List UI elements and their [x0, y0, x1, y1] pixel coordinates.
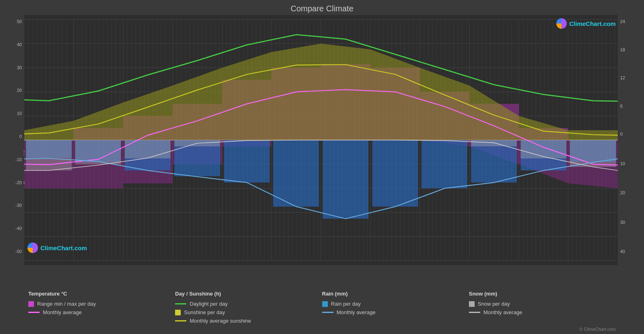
y-tick: 10	[17, 111, 22, 116]
legend-item-snow: Snow per day	[469, 301, 616, 307]
y-tick: 20	[17, 88, 22, 93]
legend-line-daylight	[175, 303, 186, 304]
chart-plot: Jan Feb Mar Apr May Jun Jul Aug Sep Oct …	[24, 15, 618, 265]
svg-text:Oct: Oct	[489, 265, 499, 265]
legend-box-sunshine	[175, 310, 181, 315]
svg-text:Mar: Mar	[143, 265, 153, 265]
y-tick: -10	[15, 157, 22, 162]
legend-col-rain: Rain (mm) Rain per day Monthly average	[322, 291, 469, 324]
svg-text:Apr: Apr	[192, 265, 202, 265]
legend-item-rain: Rain per day	[322, 301, 469, 307]
y-tick: 0	[19, 134, 22, 139]
y-tick: 30	[17, 65, 22, 70]
svg-text:Aug: Aug	[390, 265, 400, 265]
legend-title-sunshine: Day / Sunshine (h)	[175, 291, 322, 297]
chart-svg: Jan Feb Mar Apr May Jun Jul Aug Sep Oct …	[24, 15, 618, 265]
legend-item-temp-avg: Monthly average	[28, 309, 175, 315]
legend-item-daylight: Daylight per day	[175, 301, 322, 307]
page-title: Compare Climate	[0, 0, 644, 15]
logo-bottom-left: ClimeChart.com	[27, 243, 87, 253]
y-tick: 40	[17, 42, 22, 47]
legend-item-sunshine-avg: Monthly average sunshine	[175, 318, 322, 324]
legend-title-temperature: Temperature °C	[28, 291, 175, 297]
logo-icon-bottom	[27, 243, 38, 253]
logo-top-right: ClimeChart.com	[556, 18, 616, 29]
legend-line-temp-avg	[28, 312, 40, 313]
logo-text-top: ClimeChart.com	[569, 20, 616, 27]
legend-line-sunshine-avg	[175, 320, 186, 321]
y-tick: -40	[15, 226, 22, 231]
y-axis-left: Temperature °C 50 40 30 20 10 0 -10 -20 …	[0, 15, 24, 265]
y-axis-right: 24 18 12 6 0 10 20 30 40 Day / Sunshine …	[618, 15, 644, 265]
legend-item-sunshine: Sunshine per day	[175, 309, 322, 315]
legend-col-temperature: Temperature °C Range min / max per day M…	[28, 291, 175, 324]
svg-text:Feb: Feb	[93, 265, 103, 265]
y-axis-right-top: 24 18 12 6 0	[618, 15, 644, 136]
legend-line-snow-avg	[469, 312, 480, 313]
legend-box-rain	[322, 301, 328, 307]
svg-text:Sep: Sep	[439, 265, 450, 265]
svg-text:Dec: Dec	[588, 265, 599, 265]
y-axis-right-bottom: 10 20 30 40	[618, 136, 644, 265]
legend-col-sunshine: Day / Sunshine (h) Daylight per day Suns…	[175, 291, 322, 324]
legend-box-temp-range	[28, 301, 34, 307]
legend-box-snow	[469, 301, 475, 307]
svg-text:Nov: Nov	[538, 265, 549, 265]
legend-item-rain-avg: Monthly average	[322, 309, 469, 315]
legend-col-snow: Snow (mm) Snow per day Monthly average	[469, 291, 616, 324]
y-tick: -20	[15, 180, 22, 185]
y-tick: -30	[15, 203, 22, 208]
legend-line-rain-avg	[322, 312, 334, 313]
y-tick: -50	[15, 249, 22, 254]
logo-icon-top	[556, 18, 567, 29]
svg-text:May: May	[241, 265, 253, 265]
logo-text-bottom: ClimeChart.com	[40, 245, 87, 251]
svg-text:Jun: Jun	[291, 265, 301, 265]
y-tick: 50	[17, 19, 22, 24]
copyright: © ClimeChart.com	[0, 326, 644, 334]
legend-title-rain: Rain (mm)	[322, 291, 469, 297]
legend-item-snow-avg: Monthly average	[469, 309, 616, 315]
legend-title-snow: Snow (mm)	[469, 291, 616, 297]
main-container: Compare Climate Chelyabinsk Chelyabinsk …	[0, 0, 644, 334]
svg-text:Jan: Jan	[44, 265, 54, 265]
legend-item-temp-range: Range min / max per day	[28, 301, 175, 307]
legend-area: Temperature °C Range min / max per day M…	[0, 287, 644, 326]
svg-text:Jul: Jul	[342, 265, 349, 265]
